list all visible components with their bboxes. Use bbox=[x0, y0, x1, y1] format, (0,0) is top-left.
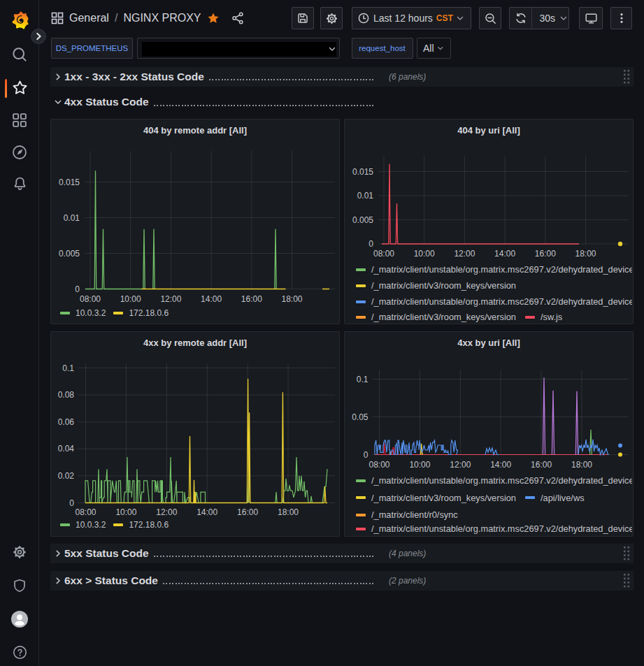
svg-text:18:00: 18:00 bbox=[575, 249, 596, 259]
svg-text:14:00: 14:00 bbox=[494, 249, 515, 259]
svg-text:14:00: 14:00 bbox=[196, 507, 217, 517]
svg-text:0: 0 bbox=[69, 498, 74, 508]
svg-text:10:00: 10:00 bbox=[120, 294, 141, 304]
svg-text:10:00: 10:00 bbox=[409, 460, 430, 470]
svg-text:14:00: 14:00 bbox=[490, 460, 511, 470]
svg-text:0.1: 0.1 bbox=[357, 375, 368, 384]
svg-text:0.1: 0.1 bbox=[62, 363, 74, 373]
svg-text:08:00: 08:00 bbox=[75, 507, 96, 517]
svg-text:0.005: 0.005 bbox=[59, 249, 80, 259]
svg-text:16:00: 16:00 bbox=[237, 507, 258, 517]
svg-text:0.005: 0.005 bbox=[352, 215, 373, 225]
svg-text:14:00: 14:00 bbox=[201, 294, 222, 304]
svg-text:18:00: 18:00 bbox=[571, 460, 592, 470]
svg-text:08:00: 08:00 bbox=[80, 294, 101, 304]
svg-text:18:00: 18:00 bbox=[281, 294, 302, 304]
svg-text:0.01: 0.01 bbox=[357, 191, 374, 201]
svg-text:12:00: 12:00 bbox=[156, 507, 177, 517]
svg-text:0.015: 0.015 bbox=[59, 178, 80, 187]
svg-text:0.01: 0.01 bbox=[64, 213, 80, 223]
svg-text:12:00: 12:00 bbox=[450, 460, 471, 470]
svg-text:0.02: 0.02 bbox=[58, 471, 75, 481]
svg-text:0.04: 0.04 bbox=[58, 444, 75, 454]
svg-text:08:00: 08:00 bbox=[373, 249, 394, 259]
svg-text:10:00: 10:00 bbox=[115, 507, 136, 517]
svg-text:0.015: 0.015 bbox=[352, 167, 373, 177]
svg-text:0.06: 0.06 bbox=[58, 417, 75, 427]
svg-text:0.08: 0.08 bbox=[58, 390, 75, 400]
svg-text:0: 0 bbox=[368, 239, 373, 249]
svg-text:16:00: 16:00 bbox=[241, 294, 262, 304]
svg-text:16:00: 16:00 bbox=[535, 249, 556, 259]
svg-text:0: 0 bbox=[364, 450, 368, 460]
svg-text:10:00: 10:00 bbox=[414, 249, 435, 259]
svg-text:16:00: 16:00 bbox=[531, 460, 552, 470]
svg-text:18:00: 18:00 bbox=[278, 507, 299, 517]
svg-text:12:00: 12:00 bbox=[454, 249, 475, 259]
svg-text:08:00: 08:00 bbox=[368, 460, 389, 470]
svg-text:0.05: 0.05 bbox=[352, 412, 368, 422]
svg-text:12:00: 12:00 bbox=[160, 294, 181, 304]
svg-text:0: 0 bbox=[75, 284, 80, 294]
